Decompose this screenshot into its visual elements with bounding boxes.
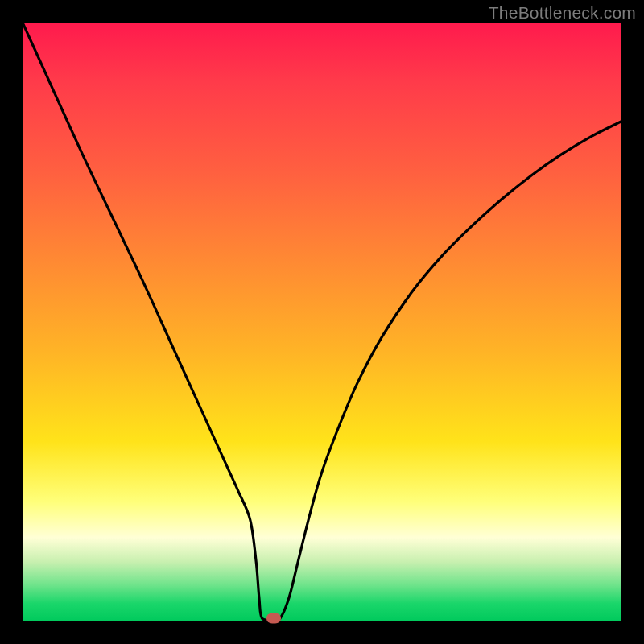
bottleneck-curve [23, 23, 621, 621]
chart-frame: TheBottleneck.com [0, 0, 644, 644]
watermark-text: TheBottleneck.com [489, 3, 636, 23]
optimum-marker [266, 613, 281, 624]
plot-area [23, 23, 621, 621]
